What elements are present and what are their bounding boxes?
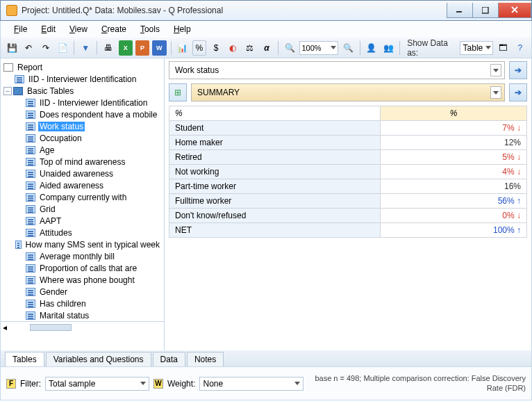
leaf-icon bbox=[26, 146, 35, 154]
tree-item[interactable]: Report bbox=[16, 63, 44, 72]
add-variable-icon[interactable]: ⊞ bbox=[169, 83, 187, 102]
tree-item[interactable]: Average monthly bill bbox=[38, 252, 116, 261]
tree-item[interactable]: Gender bbox=[38, 287, 69, 297]
zoom-out-icon[interactable]: 🔍 bbox=[283, 40, 297, 56]
leaf-icon bbox=[26, 111, 35, 119]
window-titlebar: Project: Untitled.Q* Data: Mobiles.sav -… bbox=[0, 0, 532, 21]
link-icon[interactable]: 👤 bbox=[365, 40, 379, 56]
zoom-field[interactable] bbox=[299, 41, 338, 55]
report-tree[interactable]: ReportIID - Interviewer Identification–B… bbox=[1, 58, 165, 350]
row-label: Home maker bbox=[169, 136, 381, 150]
leaf-icon bbox=[26, 158, 35, 166]
tree-item[interactable]: Where was phone bought bbox=[38, 275, 136, 285]
tree-item[interactable]: How many SMS sent in typical week bbox=[24, 240, 161, 250]
tree-item[interactable]: Work status bbox=[38, 122, 85, 131]
filter-field[interactable]: Total sample bbox=[45, 377, 149, 391]
data-table[interactable]: % % Student7%Home maker12%Retired5%Not w… bbox=[169, 106, 527, 238]
menu-create[interactable]: Create bbox=[95, 23, 133, 35]
tree-item[interactable]: Aided awareness bbox=[38, 181, 105, 190]
table-row[interactable]: Student7% bbox=[169, 121, 527, 136]
table-row[interactable]: Part-time worker16% bbox=[169, 179, 527, 194]
filter-icon[interactable]: ▼ bbox=[78, 40, 92, 56]
row-value: 5% bbox=[381, 150, 527, 165]
table-row[interactable]: Don't know/refused0% bbox=[169, 209, 527, 223]
chart-icon[interactable]: 📊 bbox=[175, 40, 189, 56]
tree-item[interactable]: Grid bbox=[38, 204, 57, 214]
go-button[interactable]: ➔ bbox=[509, 61, 527, 79]
leaf-icon bbox=[26, 134, 35, 143]
print-icon[interactable]: 🖶 bbox=[101, 40, 115, 56]
pct-header: % bbox=[381, 106, 527, 121]
tree-item[interactable]: Age bbox=[38, 145, 56, 155]
summary-dropdown[interactable]: SUMMARY bbox=[191, 83, 505, 102]
row-value: 100% bbox=[381, 223, 527, 238]
menu-help[interactable]: Help bbox=[167, 23, 197, 35]
leaf-icon bbox=[15, 241, 22, 249]
tab-variables[interactable]: Variables and Questions bbox=[46, 352, 151, 366]
tree-toggle[interactable]: – bbox=[3, 87, 12, 95]
copy-icon[interactable]: 📄 bbox=[56, 40, 69, 56]
menu-file[interactable]: File bbox=[8, 23, 33, 35]
tree-item[interactable]: Top of mind awareness bbox=[38, 157, 126, 167]
minimize-button[interactable] bbox=[447, 3, 473, 18]
table-row[interactable]: Retired5% bbox=[169, 150, 527, 165]
tab-tables[interactable]: Tables bbox=[5, 352, 44, 366]
variable-dropdown[interactable]: Work status bbox=[169, 61, 505, 79]
stats-icon[interactable]: ◐ bbox=[226, 40, 240, 56]
table-row[interactable]: Fulltime worker56% bbox=[169, 194, 527, 209]
menu-bar: File Edit View Create Tools Help bbox=[0, 21, 532, 38]
tree-item[interactable]: Marital status bbox=[38, 311, 90, 320]
menu-view[interactable]: View bbox=[63, 23, 94, 35]
export-ppt-icon[interactable]: P bbox=[135, 40, 149, 56]
show-data-combo[interactable]: Table bbox=[460, 41, 494, 55]
table-row[interactable]: NET100% bbox=[169, 223, 527, 238]
menu-edit[interactable]: Edit bbox=[35, 23, 62, 35]
options-icon[interactable]: 🗔 bbox=[496, 40, 510, 56]
percent-icon[interactable]: % bbox=[192, 40, 206, 56]
close-button[interactable] bbox=[498, 3, 531, 18]
alpha-icon[interactable]: α bbox=[260, 40, 274, 56]
chevron-down-icon[interactable] bbox=[490, 86, 501, 99]
help-icon[interactable]: ? bbox=[513, 40, 527, 56]
tree-item[interactable]: Attitudes bbox=[38, 228, 74, 238]
zoom-in-icon[interactable]: 🔍 bbox=[341, 40, 355, 56]
export-excel-icon[interactable]: X bbox=[119, 40, 133, 56]
dollar-icon[interactable]: $ bbox=[209, 40, 223, 56]
tab-notes[interactable]: Notes bbox=[187, 352, 224, 366]
window-title: Project: Untitled.Q* Data: Mobiles.sav -… bbox=[22, 6, 223, 15]
maximize-button[interactable] bbox=[472, 3, 499, 18]
undo-icon[interactable]: ↶ bbox=[22, 40, 35, 56]
redo-icon[interactable]: ↷ bbox=[39, 40, 53, 56]
table-row[interactable]: Not working4% bbox=[169, 165, 527, 179]
app-icon bbox=[6, 5, 17, 16]
chevron-down-icon[interactable] bbox=[490, 64, 501, 76]
menu-tools[interactable]: Tools bbox=[134, 23, 166, 35]
tree-item[interactable]: AAPT bbox=[38, 216, 63, 226]
tree-item[interactable]: Unaided awareness bbox=[38, 169, 115, 179]
tab-data[interactable]: Data bbox=[153, 352, 185, 366]
bottom-tabstrip: Tables Variables and Questions Data Note… bbox=[0, 350, 532, 367]
weight-chip-icon: W bbox=[153, 379, 163, 389]
table-row[interactable]: Home maker12% bbox=[169, 136, 527, 150]
weight-label: Weight: bbox=[167, 379, 195, 389]
tree-item[interactable]: Has children bbox=[38, 299, 88, 309]
tree-item[interactable]: Company currently with bbox=[38, 193, 128, 202]
tree-item[interactable]: Basic Tables bbox=[26, 86, 75, 96]
go-button-2[interactable]: ➔ bbox=[509, 83, 527, 102]
tree-item[interactable]: IID - Interviewer Identification bbox=[38, 98, 149, 108]
row-label: Don't know/refused bbox=[169, 209, 381, 223]
tree-item[interactable]: Does respondent have a mobile bbox=[38, 110, 158, 120]
weight-field[interactable]: None bbox=[199, 377, 304, 391]
save-icon[interactable]: 💾 bbox=[5, 40, 19, 56]
tree-item[interactable]: Occupation bbox=[38, 133, 83, 143]
leaf-icon bbox=[26, 99, 35, 107]
report-icon bbox=[3, 63, 13, 72]
filter-chip-icon: F bbox=[6, 379, 16, 389]
export-word-icon[interactable]: W bbox=[152, 40, 166, 56]
tree-item[interactable]: Proportion of calls that are bbox=[38, 263, 138, 273]
row-value: 16% bbox=[381, 179, 527, 194]
sigma-icon[interactable]: ⚖ bbox=[243, 40, 257, 56]
users-icon[interactable]: 👥 bbox=[381, 40, 395, 56]
tree-hscrollbar[interactable]: ◂ bbox=[1, 321, 164, 332]
tree-item[interactable]: IID - Interviewer Identification bbox=[27, 74, 138, 84]
